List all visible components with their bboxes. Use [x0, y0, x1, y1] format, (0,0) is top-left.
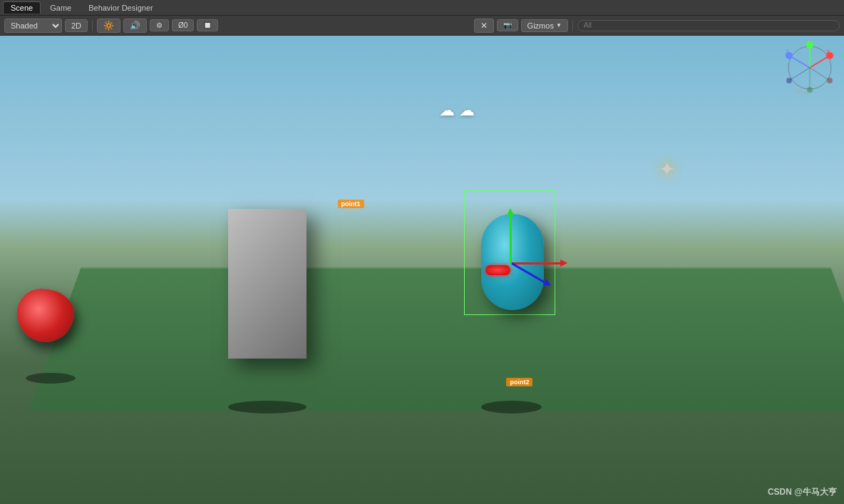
tab-behavior-designer[interactable]: Behavior Designer [81, 1, 161, 14]
svg-line-14 [789, 68, 810, 81]
scene-gizmo[interactable]: X Y Z Persp [783, 41, 837, 95]
toolbar-cam-btn[interactable]: 📷 [497, 19, 518, 31]
toolbar-btn-5[interactable]: 🔲 [197, 19, 218, 31]
gizmos-chevron: ▼ [556, 22, 562, 29]
gray-box [228, 209, 307, 359]
toolbar-separator-2 [572, 20, 573, 31]
red-sphere [17, 289, 74, 342]
tab-scene[interactable]: Scene [3, 1, 41, 14]
shading-select[interactable]: Shaded Wireframe [4, 19, 62, 33]
toolbar-btn-3[interactable]: ⚙ [150, 19, 169, 31]
svg-text:Persp: Persp [795, 89, 808, 95]
svg-text:Z: Z [786, 48, 789, 55]
svg-line-7 [789, 56, 810, 68]
toolbar-btn-2[interactable]: 🔊 [123, 19, 147, 33]
scene-toolbar: Shaded Wireframe 2D 🔆 🔊 ⚙ Ø0 🔲 ✕ 📷 Gizmo… [0, 16, 844, 36]
svg-text:X: X [826, 48, 830, 55]
svg-line-10 [810, 68, 830, 81]
point1-label: point1 [338, 200, 364, 208]
csdn-watermark: CSDN @牛马大亨 [768, 486, 837, 498]
toolbar-separator-1 [92, 20, 93, 31]
scene-search[interactable] [577, 20, 840, 31]
svg-point-15 [786, 78, 792, 83]
capsule-eyes [485, 265, 510, 275]
transform-handle-y [510, 214, 512, 264]
sun-icon: ✦ [659, 158, 675, 181]
svg-text:Y: Y [807, 41, 811, 46]
2d-button[interactable]: 2D [65, 19, 88, 32]
cloud-icon: ☁ ☁ [439, 101, 475, 120]
top-tab-bar: Scene Game Behavior Designer [0, 0, 844, 16]
point2-label: point2 [506, 378, 532, 386]
gizmos-label: Gizmos [528, 21, 554, 30]
main-layout: ☁ ☁ ✦ point1 point2 [0, 36, 844, 504]
red-sphere-shadow [26, 373, 76, 384]
toolbar-close-btn[interactable]: ✕ [474, 19, 494, 33]
scene-viewport[interactable]: ☁ ☁ ✦ point1 point2 [0, 36, 844, 504]
transform-handle-x [512, 262, 562, 264]
svg-point-11 [827, 78, 833, 83]
ground-platform [29, 267, 844, 411]
tab-game[interactable]: Game [42, 1, 79, 14]
toolbar-btn-1[interactable]: 🔆 [97, 19, 120, 33]
gizmos-button[interactable]: Gizmos ▼ [521, 19, 568, 32]
toolbar-btn-4[interactable]: Ø0 [172, 19, 194, 31]
